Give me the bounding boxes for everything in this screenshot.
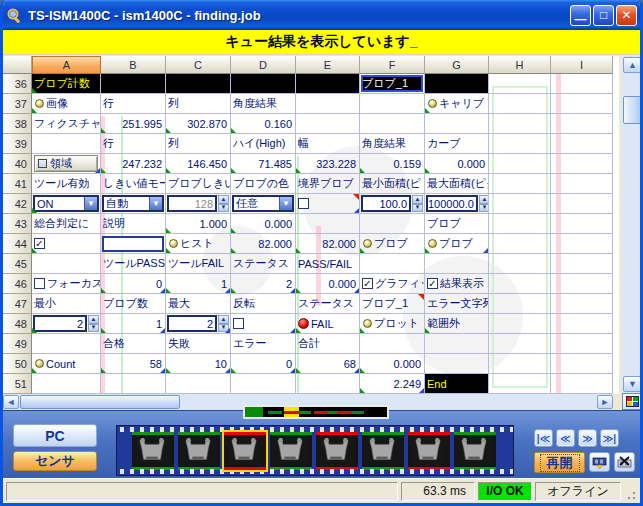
cell-E38[interactable] (296, 114, 360, 134)
cell-G51[interactable]: End (425, 374, 489, 394)
column-header-E[interactable]: E (296, 56, 360, 74)
cell-C37[interactable]: 列 (166, 94, 231, 114)
spinner-A48[interactable]: 2▲▼ (33, 315, 99, 332)
scroll-left-button[interactable]: ◄ (3, 395, 19, 409)
row-header-46[interactable]: 46 (3, 274, 32, 294)
cell-D43[interactable]: 0.000 (231, 214, 296, 234)
row-header-48[interactable]: 48 (3, 314, 32, 334)
cell-G36[interactable] (425, 74, 489, 94)
cell-B43[interactable]: 説明 (101, 214, 166, 234)
cell-A36[interactable]: ブロブ計数 (32, 74, 101, 94)
scroll-up-button[interactable]: ▲ (623, 57, 642, 73)
save-image-button[interactable] (589, 452, 610, 472)
row-header-44[interactable]: 44 (3, 234, 32, 254)
column-header-F[interactable]: F (360, 56, 425, 74)
cell-G40[interactable]: 0.000 (425, 154, 489, 174)
cell-F49[interactable] (360, 334, 425, 354)
cell-D47[interactable]: 反転 (231, 294, 296, 314)
cell-E48[interactable]: FAIL (296, 314, 360, 334)
cell-D50[interactable]: 0 (231, 354, 296, 374)
film-frame-7[interactable] (408, 432, 450, 470)
row-header-45[interactable]: 45 (3, 254, 32, 274)
cell-H36[interactable] (489, 74, 551, 94)
cell-E41[interactable]: 境界ブロブ (296, 174, 360, 194)
cell-I39[interactable] (551, 134, 613, 154)
column-header-D[interactable]: D (231, 56, 296, 74)
checkbox-A46[interactable] (34, 278, 45, 289)
cell-D48[interactable] (231, 314, 296, 334)
cell-G44[interactable]: ブロブ (425, 234, 489, 254)
row-header-38[interactable]: 38 (3, 114, 32, 134)
cell-I50[interactable] (551, 354, 613, 374)
cell-H37[interactable] (489, 94, 551, 114)
cell-B42[interactable]: 自動▼ (101, 194, 166, 214)
vertical-scrollbar[interactable]: ▲ ▼ (622, 56, 643, 393)
row-header-41[interactable]: 41 (3, 174, 32, 194)
cell-H41[interactable] (489, 174, 551, 194)
column-header-H[interactable]: H (489, 56, 551, 74)
chevron-down-icon[interactable]: ▼ (84, 197, 97, 210)
region-button[interactable]: 領域 (34, 155, 98, 172)
cell-F46[interactable]: ✓グラフィック (360, 274, 425, 294)
cell-F47[interactable]: ブロブ_1 (360, 294, 425, 314)
film-frame-3[interactable] (224, 432, 266, 470)
cell-B44[interactable] (101, 234, 166, 254)
cell-E42[interactable] (296, 194, 360, 214)
minimize-button[interactable]: — (570, 5, 591, 26)
cell-F39[interactable]: 角度結果 (360, 134, 425, 154)
cell-H42[interactable] (489, 194, 551, 214)
film-frame-2[interactable] (178, 432, 220, 470)
cell-B48[interactable]: 1 (101, 314, 166, 334)
dropdown-B42[interactable]: 自動▼ (102, 195, 164, 212)
cell-A40[interactable]: 領域 (32, 154, 101, 174)
maximize-button[interactable]: □ (593, 5, 614, 26)
cell-B46[interactable]: 0 (101, 274, 166, 294)
nav-next-button[interactable]: ≫ (578, 429, 597, 447)
cell-G45[interactable] (425, 254, 489, 274)
cell-A42[interactable]: ON▼ (32, 194, 101, 214)
cell-H51[interactable] (489, 374, 551, 394)
cell-G41[interactable]: 最大面積(ピクセル) (425, 174, 489, 194)
cell-D49[interactable]: エラー (231, 334, 296, 354)
spinner-C42[interactable]: 128▲▼ (167, 195, 229, 212)
cell-F40[interactable]: 0.159 (360, 154, 425, 174)
cell-D45[interactable]: ステータス (231, 254, 296, 274)
horizontal-scroll-thumb[interactable] (20, 395, 180, 409)
cell-A44[interactable]: ✓ (32, 234, 101, 254)
cell-D46[interactable]: 2 (231, 274, 296, 294)
cell-G37[interactable]: キャリブ (425, 94, 489, 114)
cell-D51[interactable] (231, 374, 296, 394)
cell-E40[interactable]: 323.228 (296, 154, 360, 174)
vertical-scroll-thumb[interactable] (623, 96, 642, 124)
chevron-down-icon[interactable]: ▼ (279, 197, 292, 210)
cell-E51[interactable] (296, 374, 360, 394)
cell-C48[interactable]: 2▲▼ (166, 314, 231, 334)
column-header-G[interactable]: G (425, 56, 489, 74)
cell-B45[interactable]: ツールPASS (101, 254, 166, 274)
cell-G46[interactable]: ✓結果表示 (425, 274, 489, 294)
scroll-down-button[interactable]: ▼ (623, 376, 642, 392)
cell-G39[interactable]: カーブ (425, 134, 489, 154)
cell-F48[interactable]: プロット (360, 314, 425, 334)
cell-B50[interactable]: 58 (101, 354, 166, 374)
cell-E50[interactable]: 68 (296, 354, 360, 374)
cell-A39[interactable] (32, 134, 101, 154)
cell-B36[interactable] (101, 74, 166, 94)
spin-down-button[interactable]: ▼ (218, 204, 229, 213)
cell-F50[interactable]: 0.000 (360, 354, 425, 374)
cell-D41[interactable]: ブロブの色 (231, 174, 296, 194)
cell-I51[interactable] (551, 374, 613, 394)
cell-E36[interactable] (296, 74, 360, 94)
cell-I36[interactable] (551, 74, 613, 94)
chevron-down-icon[interactable]: ▼ (149, 197, 162, 210)
row-header-51[interactable]: 51 (3, 374, 32, 394)
cell-B38[interactable]: 251.995 (101, 114, 166, 134)
spinner-F42[interactable]: 100.0▲▼ (361, 195, 423, 212)
cell-F44[interactable]: ブロブ (360, 234, 425, 254)
spin-up-button[interactable]: ▲ (218, 315, 229, 324)
cell-I38[interactable] (551, 114, 613, 134)
cell-B49[interactable]: 合格 (101, 334, 166, 354)
film-frame-1[interactable] (132, 432, 174, 470)
cell-B47[interactable]: ブロブ数 (101, 294, 166, 314)
cell-C46[interactable]: 1 (166, 274, 231, 294)
